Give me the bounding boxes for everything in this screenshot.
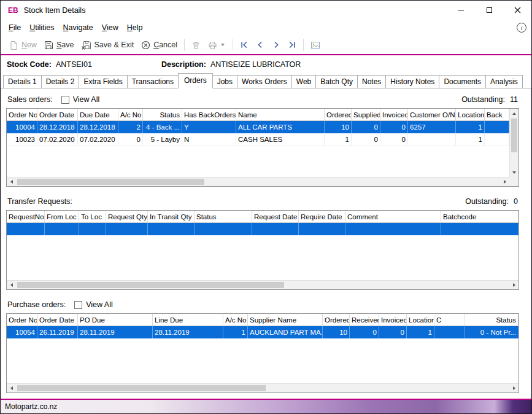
table-cell: 6257 — [408, 121, 456, 133]
tab-details-2[interactable]: Details 2 — [41, 75, 80, 88]
column-header-supplier-name[interactable]: Supplier Name — [248, 314, 323, 326]
column-header-to-loc[interactable]: To Loc — [79, 211, 106, 222]
menu-file[interactable]: File — [4, 21, 25, 34]
scroll-left-arrow[interactable] — [7, 281, 16, 289]
new-button[interactable]: New — [6, 39, 40, 52]
column-header-order-no[interactable]: Order No — [7, 109, 37, 120]
table-row[interactable]: 1002307.02.202007.02.202005 - LaybyNCASH… — [7, 133, 509, 146]
scroll-right-arrow[interactable] — [509, 281, 519, 289]
tab-details-1[interactable]: Details 1 — [3, 75, 42, 88]
column-header-request-date[interactable]: Request Date — [252, 211, 299, 222]
column-header-customer-o-n[interactable]: Customer O/N — [408, 109, 456, 120]
info-icon[interactable]: i — [517, 23, 526, 33]
nav-prev-button[interactable] — [252, 39, 268, 51]
purchases-horizontal-scrollbar[interactable] — [7, 383, 519, 393]
image-button[interactable] — [307, 39, 324, 52]
statusbar-text: Motopartz.co.nz — [5, 402, 57, 411]
column-header-in-transit-qty[interactable]: In Transit Qty — [148, 211, 195, 222]
menu-view[interactable]: View — [98, 21, 123, 34]
horizontal-scroll-thumb[interactable] — [17, 385, 266, 391]
tab-history-notes[interactable]: History Notes — [385, 75, 439, 88]
scroll-right-arrow[interactable] — [500, 178, 509, 186]
tab-works-orders[interactable]: Works Orders — [237, 75, 292, 88]
table-row[interactable] — [7, 223, 519, 235]
purchase-view-all-checkbox[interactable] — [74, 301, 82, 309]
save-exit-button[interactable]: Save & Exit — [78, 39, 138, 52]
close-button[interactable] — [503, 1, 531, 20]
menu-utilities[interactable]: Utilities — [25, 21, 58, 34]
scroll-left-arrow[interactable] — [7, 384, 16, 393]
column-header-has-backorders[interactable]: Has BackOrders — [182, 109, 236, 120]
save-button[interactable]: Save — [40, 39, 78, 52]
scroll-up-arrow[interactable] — [510, 109, 519, 118]
transfers-horizontal-scrollbar[interactable] — [7, 280, 519, 289]
tab-extra-fields[interactable]: Extra Fields — [79, 75, 127, 88]
column-header-require-date[interactable]: Require Date — [299, 211, 345, 222]
column-header-name[interactable]: Name — [236, 109, 325, 120]
column-header-due-date[interactable]: Due Date — [78, 109, 118, 120]
tab-jobs[interactable]: Jobs — [212, 75, 237, 88]
tab-transactions[interactable]: Transactions — [127, 75, 179, 88]
column-header-status[interactable]: Status — [465, 314, 519, 326]
column-header-comment[interactable]: Comment — [345, 211, 441, 222]
column-header-a-c-no[interactable]: A/c No — [118, 109, 143, 120]
horizontal-scroll-thumb[interactable] — [17, 179, 204, 185]
table-cell: 1 — [407, 326, 434, 338]
new-label: New — [21, 41, 37, 49]
menu-help[interactable]: Help — [123, 21, 147, 34]
tab-notes[interactable]: Notes — [357, 75, 386, 88]
horizontal-scroll-thumb[interactable] — [17, 282, 284, 288]
delete-button[interactable] — [188, 39, 204, 52]
sales-vertical-scrollbar[interactable] — [509, 109, 519, 177]
column-header-received[interactable]: Received — [350, 314, 379, 326]
column-header-invoiced[interactable]: Invoiced — [380, 109, 408, 120]
vertical-scroll-thumb[interactable] — [511, 119, 517, 152]
print-dropdown-caret[interactable] — [221, 44, 225, 48]
tab-batch-qty[interactable]: Batch Qty — [315, 75, 358, 88]
cancel-button[interactable]: Cancel — [137, 39, 181, 52]
scroll-left-arrow[interactable] — [7, 178, 16, 186]
sales-horizontal-scrollbar[interactable] — [7, 177, 509, 186]
maximize-button[interactable] — [475, 1, 503, 20]
scroll-right-arrow[interactable] — [509, 384, 519, 393]
nav-next-button[interactable] — [268, 39, 284, 51]
column-header-po-due[interactable]: PO Due — [78, 314, 153, 326]
column-header-c[interactable]: C — [434, 314, 465, 326]
table-row[interactable]: 1000428.12.201828.12.201824 - Back ...YA… — [7, 121, 509, 133]
tab-web[interactable]: Web — [291, 75, 316, 88]
column-header-supplied[interactable]: Supplied — [352, 109, 380, 120]
stock-code-label: Stock Code: — [7, 60, 52, 69]
tab-orders[interactable]: Orders — [178, 73, 213, 88]
sales-view-all-checkbox[interactable] — [61, 96, 69, 104]
column-header-location[interactable]: Location — [407, 314, 434, 326]
column-header-status[interactable]: Status — [195, 211, 252, 222]
menu-navigate[interactable]: Navigate — [58, 21, 97, 34]
nav-last-button[interactable] — [284, 39, 300, 51]
tab-documents[interactable]: Documents — [439, 75, 486, 88]
column-header-location[interactable]: Location — [456, 109, 485, 120]
column-header-requestno[interactable]: RequestNo — [7, 211, 45, 222]
column-header-a-c-no[interactable]: A/c No — [223, 314, 248, 326]
column-header-order-date[interactable]: Order Date — [37, 109, 78, 120]
column-header-request-qty[interactable]: Request Qty — [106, 211, 148, 222]
nav-first-button[interactable] — [236, 39, 252, 51]
column-header-line-due[interactable]: Line Due — [153, 314, 223, 326]
column-header-batchcode[interactable]: Batchcode — [441, 211, 519, 222]
table-cell: 1 — [325, 133, 352, 146]
column-header-ordered[interactable]: Ordered — [323, 314, 350, 326]
minimize-button[interactable] — [447, 1, 475, 20]
table-row[interactable]: 1005426.11.201928.11.201928.11.20191AUCK… — [7, 326, 519, 338]
column-header-from-loc[interactable]: From Loc — [45, 211, 79, 222]
table-cell — [345, 223, 441, 235]
print-button[interactable] — [204, 39, 229, 52]
column-header-order-no[interactable]: Order No — [7, 314, 37, 326]
tab-analysis[interactable]: Analysis — [485, 75, 523, 88]
column-header-ordered[interactable]: Ordered — [325, 109, 352, 120]
scroll-down-arrow[interactable] — [510, 168, 519, 177]
nav-next-icon — [272, 41, 280, 49]
table-cell: 0 — [118, 133, 143, 146]
column-header-status[interactable]: Status — [143, 109, 182, 120]
column-header-invoiced[interactable]: Invoiced — [379, 314, 407, 326]
column-header-order-date[interactable]: Order Date — [37, 314, 78, 326]
column-header-back[interactable]: Back — [485, 109, 509, 120]
